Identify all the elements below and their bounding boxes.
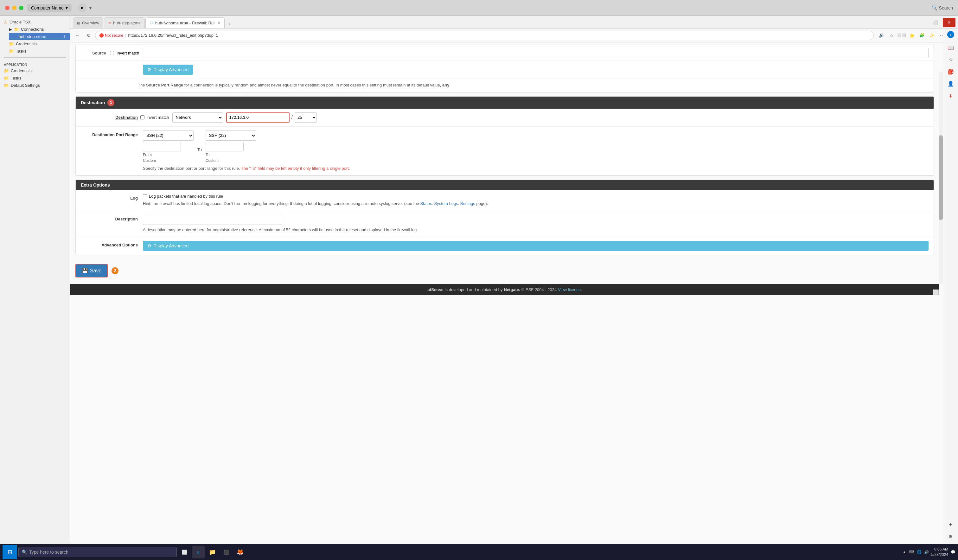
display-advanced-button[interactable]: ⚙ Display Advanced bbox=[143, 241, 928, 251]
save-button[interactable]: 💾 Save bbox=[75, 264, 108, 278]
description-row: Description A description may be entered… bbox=[76, 211, 934, 237]
sidebar-item-credentials[interactable]: 📁 Credentials bbox=[5, 40, 70, 48]
taskbar-app-button[interactable]: 🦊 bbox=[234, 546, 246, 558]
taskbar-edge-button[interactable]: e bbox=[192, 546, 205, 558]
play-button[interactable]: ▶ bbox=[78, 3, 87, 12]
window-restore-button[interactable]: ⬜ bbox=[929, 18, 942, 27]
destination-type-select[interactable]: Network Any WAN net LAN net bbox=[172, 113, 223, 122]
browser-extensions-button[interactable]: 🧩 bbox=[917, 31, 926, 40]
footer-copyright: © ESF 2004 - 2024 bbox=[522, 287, 557, 292]
sidebar-read-icon[interactable]: 📖 bbox=[946, 43, 956, 52]
port-selects: SSH (22) HTTP (80) HTTPS (443) Any From … bbox=[143, 130, 350, 163]
sidebar-downloads-icon[interactable]: ⬇ bbox=[946, 90, 956, 101]
close-dot[interactable] bbox=[5, 6, 10, 10]
destination-port-range-row: Destination Port Range SSH (22) HTTP (80… bbox=[76, 127, 934, 176]
sidebar-app-default-settings[interactable]: 📁 Default Settings bbox=[0, 82, 70, 89]
shield-icon: 🛡 bbox=[149, 21, 153, 25]
windows-taskbar: ⊞ 🔍 Type here to search ⬜ e 📁 ⬛ 🦊 ▲ ⌨ 🌐 … bbox=[0, 544, 958, 560]
edge-sidebar: e 📖 ☆ 🎒 👤 ⬇ + ⚙ bbox=[943, 29, 958, 544]
tab-overview[interactable]: ⊞ Overview bbox=[73, 17, 103, 28]
task-view-button[interactable]: ⬜ bbox=[178, 546, 191, 558]
port-from-group: SSH (22) HTTP (80) HTTPS (443) Any From … bbox=[143, 130, 194, 163]
cidr-select[interactable]: 25 24 26 bbox=[295, 113, 317, 122]
favorites-button[interactable]: ☆ bbox=[887, 31, 896, 40]
chevron-right-icon: ▶ bbox=[9, 27, 12, 32]
notification-icon[interactable]: 💬 bbox=[951, 550, 955, 554]
x-icon: ✕ bbox=[108, 21, 111, 25]
read-aloud-button[interactable]: 🔊 bbox=[877, 31, 886, 40]
computer-name-dropdown[interactable]: Computer Name ▾ bbox=[27, 4, 71, 12]
windows-start-button[interactable]: ⊞ bbox=[3, 545, 17, 559]
destination-section: Destination 1 Destination Invert match bbox=[75, 96, 934, 176]
source-field-label: Source bbox=[81, 51, 106, 56]
warning-icon-addr: 🔴 bbox=[99, 33, 104, 38]
grid-icon: ⊞ bbox=[77, 21, 80, 25]
sidebar-app-credentials[interactable]: 📁 Credentials bbox=[0, 67, 70, 75]
clock-time: 8:06 AM bbox=[931, 547, 948, 552]
sidebar-add-icon[interactable]: + bbox=[946, 519, 956, 530]
sidebar-history-icon[interactable]: 👤 bbox=[946, 79, 956, 89]
maximize-dot[interactable] bbox=[19, 6, 24, 10]
mac-search-bar[interactable]: 🔍 Search bbox=[932, 5, 953, 10]
warning-icon: ⚠ bbox=[4, 20, 8, 24]
destination-invert-checkbox[interactable] bbox=[140, 115, 144, 119]
save-row: 💾 Save 2 bbox=[70, 259, 939, 284]
system-logs-link[interactable]: Status: System Logs: Settings bbox=[420, 201, 475, 206]
tab-hub-step-stone[interactable]: ✕ hub-step-stone bbox=[104, 17, 145, 28]
source-input[interactable] bbox=[142, 48, 928, 58]
window-minimize-button[interactable]: — bbox=[915, 18, 928, 27]
port-range-label: Destination Port Range bbox=[81, 130, 138, 137]
browser-action-buttons: 🔊 ☆ ⬜⬜ ⭐ 🧩 ✨ ⋯ bbox=[877, 31, 947, 40]
search-icon: 🔍 bbox=[932, 5, 937, 10]
refresh-button[interactable]: ↻ bbox=[84, 32, 93, 39]
taskbar-terminal-button[interactable]: ⬛ bbox=[220, 546, 233, 558]
description-hint-text: A description may be entered here for ad… bbox=[143, 227, 928, 233]
port-to-custom[interactable] bbox=[206, 142, 244, 151]
tab-hub-label: hub-step-stone bbox=[113, 21, 141, 25]
sidebar-item-hub-step-stone[interactable]: ☁ hub-step-stone ⬆ bbox=[9, 33, 70, 40]
sidebar-tasks-label: Tasks bbox=[16, 49, 26, 54]
display-advanced-source-button[interactable]: ⚙ Display Advanced bbox=[143, 65, 193, 75]
destination-invert-text: Invert match bbox=[146, 115, 169, 120]
sidebar-item-tasks[interactable]: 📁 Tasks bbox=[5, 48, 70, 55]
sidebar-app-tasks[interactable]: 📁 Tasks bbox=[0, 75, 70, 82]
taskbar-system-tray: ▲ ⌨ 🌐 🔊 8:06 AM 5/23/2024 💬 bbox=[902, 547, 955, 557]
minimize-dot[interactable] bbox=[12, 6, 16, 10]
view-license-link[interactable]: View license. bbox=[558, 287, 582, 292]
tray-up-icon[interactable]: ▲ bbox=[902, 550, 906, 554]
sidebar-item-connections[interactable]: ▶ 📁 Connections bbox=[5, 25, 70, 33]
source-hint-text: The Source Port Range for a connection i… bbox=[138, 82, 928, 88]
from-label: From bbox=[143, 153, 194, 157]
chevron-down-icon: ▾ bbox=[65, 5, 68, 10]
sidebar-favorites-icon[interactable]: ☆ bbox=[946, 54, 956, 65]
scrollbar-thumb[interactable] bbox=[939, 135, 943, 220]
to-label-sub: To bbox=[206, 153, 256, 157]
sidebar-collections-icon[interactable]: 🎒 bbox=[946, 67, 956, 77]
port-to-select[interactable]: SSH (22) HTTP (80) HTTPS (443) Any bbox=[206, 130, 256, 141]
log-checkbox[interactable] bbox=[143, 194, 147, 198]
port-from-custom[interactable] bbox=[143, 142, 181, 151]
tray-keyboard-icon: ⌨ bbox=[909, 550, 914, 554]
window-close-button[interactable]: ✕ bbox=[943, 18, 955, 27]
taskbar-search-bar[interactable]: 🔍 Type here to search bbox=[18, 547, 177, 557]
port-from-select[interactable]: SSH (22) HTTP (80) HTTPS (443) Any bbox=[143, 130, 194, 141]
vertical-scrollbar[interactable] bbox=[939, 71, 943, 284]
sidebar-settings-icon[interactable]: ⚙ bbox=[946, 531, 956, 542]
save-label: Save bbox=[90, 268, 102, 274]
source-invert-checkbox[interactable] bbox=[110, 51, 114, 55]
split-view-button[interactable]: ⬜⬜ bbox=[897, 31, 906, 40]
sidebar-app-credentials-label: Credentials bbox=[11, 68, 32, 73]
copilot-button[interactable]: ✨ bbox=[928, 31, 936, 40]
taskbar-terminal-icon: ⬛ bbox=[224, 550, 229, 555]
back-button[interactable]: ← bbox=[73, 32, 82, 39]
description-input[interactable] bbox=[143, 215, 282, 225]
new-tab-button[interactable]: + bbox=[225, 20, 233, 28]
sidebar-item-oracle[interactable]: ⚠ Oracle TSX bbox=[0, 18, 70, 25]
destination-badge: 1 bbox=[107, 99, 114, 106]
tab-close-icon[interactable]: ✕ bbox=[217, 21, 220, 25]
tab-active-firewall[interactable]: 🛡 hub-fw.home.arpa - Firewall: Rul ✕ bbox=[145, 17, 225, 28]
add-to-favorites-button[interactable]: ⭐ bbox=[907, 31, 916, 40]
taskbar-explorer-button[interactable]: 📁 bbox=[206, 546, 219, 558]
ip-address-input[interactable] bbox=[226, 113, 290, 122]
address-bar[interactable]: 🔴 Not secure | https://172.16.0.20/firew… bbox=[95, 31, 874, 40]
